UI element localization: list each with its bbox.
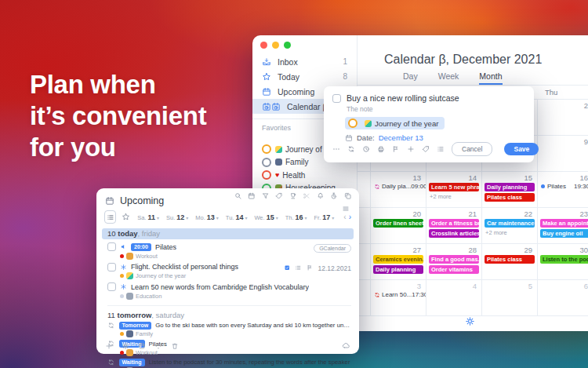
task-row[interactable]: TomorrowGo to the ski base with son ever…: [96, 319, 359, 338]
event-badge-order-linen-sheets[interactable]: Order linen sheets: [373, 219, 423, 228]
event-badge-make-an-appoint[interactable]: Make an appoint...: [540, 219, 588, 228]
save-button[interactable]: Save: [504, 143, 539, 155]
star-icon[interactable]: [122, 213, 130, 221]
day-cell-23[interactable]: 23Make an appoint...Buy engine oil: [537, 207, 588, 243]
scissors-icon[interactable]: [303, 192, 310, 200]
note-icon[interactable]: [284, 264, 291, 271]
windows-icon[interactable]: [344, 192, 352, 200]
checklist-icon[interactable]: [437, 145, 445, 153]
day-cell-22[interactable]: 22Car maintenance+2 more: [481, 207, 537, 243]
day-cell-5[interactable]: 5: [481, 279, 537, 315]
task-checkbox[interactable]: [107, 242, 116, 251]
task-row[interactable]: WaitingListen to the podcast for 30 minu…: [96, 356, 359, 368]
day-cell-13[interactable]: 13Daily pla...09:00: [370, 171, 426, 207]
task-row[interactable]: 20:00PilatesGCalendarWorkout: [96, 239, 359, 260]
day-cell-9[interactable]: 9: [537, 135, 588, 171]
cancel-button[interactable]: Cancel: [452, 142, 492, 156]
day-cell-2[interactable]: 2: [537, 99, 588, 135]
day-cell-20[interactable]: 20Order linen sheets: [370, 207, 426, 243]
day-tab-13[interactable]: Mo.13▾: [195, 213, 219, 221]
task-checkbox[interactable]: [332, 94, 341, 103]
day-cell-28[interactable]: 28Find a good mas...Order vitamins: [426, 243, 481, 279]
checklist-icon[interactable]: [295, 264, 302, 271]
task-checkbox[interactable]: [107, 263, 116, 271]
task-row[interactable]: Learn 50 new words from Cambridge Englis…: [96, 279, 359, 300]
day-cell-3[interactable]: 3Learn 50...17:30: [370, 279, 426, 315]
event-timed-learn-50[interactable]: Learn 50...17:30: [374, 291, 423, 298]
event-timed-daily-pla[interactable]: Daily pla...09:00: [374, 183, 423, 190]
day-tab-16[interactable]: Th.16▾: [285, 213, 307, 221]
trash-icon[interactable]: [171, 342, 179, 350]
cloud-sync-icon[interactable]: [342, 341, 350, 350]
event-badge-daily-planning[interactable]: Daily planning: [373, 265, 423, 274]
favorite-item-health[interactable]: ♥Health: [252, 169, 357, 182]
day-tab-15[interactable]: We.15▾: [254, 213, 278, 221]
minimize-window-button[interactable]: [272, 42, 279, 49]
day-tab-12[interactable]: Su.12▾: [166, 213, 188, 221]
box-icon[interactable]: [138, 342, 146, 350]
popup-date-value[interactable]: December 13: [379, 133, 423, 142]
more-events-link[interactable]: +2 more: [430, 193, 478, 200]
tracker-icon[interactable]: [289, 192, 297, 200]
event-timed-pilates[interactable]: Pilates19:30: [541, 183, 588, 190]
plus-icon[interactable]: [105, 342, 113, 350]
printer-icon[interactable]: [377, 145, 385, 153]
event-badge-find-a-good-mas[interactable]: Find a good mas...: [429, 255, 479, 264]
popup-note-label[interactable]: The note: [347, 105, 525, 113]
event-badge-car-maintenance[interactable]: Car maintenance: [485, 219, 535, 228]
popup-list-chip[interactable]: Journey of the year: [345, 117, 445, 129]
task-checkbox[interactable]: [107, 282, 116, 291]
tab-day[interactable]: Day: [403, 71, 418, 85]
repeat-icon[interactable]: [347, 145, 355, 153]
tab-month[interactable]: Month: [479, 71, 502, 85]
event-badge-order-a-fitness-br[interactable]: Order a fitness br...: [429, 219, 479, 228]
task-row[interactable]: Flight. Checklist of personal things12.1…: [96, 260, 359, 280]
event-badge-daily-planning[interactable]: Daily planning: [485, 183, 535, 191]
flag-icon[interactable]: [307, 264, 314, 271]
sidebar-item-today[interactable]: Today8: [252, 69, 357, 84]
event-badge-ceramics-evenin[interactable]: Ceramics evenin...: [373, 255, 423, 264]
clock-icon[interactable]: [362, 145, 370, 153]
event-badge-buy-engine-oil[interactable]: Buy engine oil: [540, 229, 588, 238]
flag-icon[interactable]: [392, 145, 400, 153]
bell-icon[interactable]: [317, 192, 325, 200]
event-badge-order-vitamins[interactable]: Order vitamins: [429, 265, 479, 274]
event-badge-pilates-class[interactable]: Pilates class: [485, 193, 535, 202]
chevron-left-icon[interactable]: ‹: [343, 213, 346, 221]
day-tab-14[interactable]: Tu.14▾: [226, 213, 248, 221]
day-cell-21[interactable]: 21Order a fitness br...Crosslink article…: [426, 207, 481, 243]
more-icon[interactable]: [332, 145, 340, 153]
event-badge-learn-5-new-phra[interactable]: Learn 5 new phra...: [429, 183, 479, 191]
day-cell-15[interactable]: 15Daily planningPilates class: [481, 171, 537, 207]
day-cell-30[interactable]: 30Listen to the pod...: [537, 243, 588, 279]
day-cell-14[interactable]: 14Learn 5 new phra...+2 more: [426, 171, 481, 207]
event-badge-crosslink-articles[interactable]: Crosslink articles: [429, 229, 479, 238]
search-icon[interactable]: [234, 192, 242, 200]
day-cell-6[interactable]: 6: [537, 279, 588, 315]
day-cell-4[interactable]: 4: [426, 279, 481, 315]
day-tab-17[interactable]: Fr.17▾: [314, 213, 335, 221]
filter-icon[interactable]: [262, 192, 270, 200]
calendar-settings-gear-icon[interactable]: [465, 316, 475, 326]
event-badge-pilates-class[interactable]: Pilates class: [485, 255, 535, 264]
tag-icon[interactable]: [422, 145, 430, 153]
plus-icon[interactable]: [407, 145, 415, 153]
chevron-right-icon[interactable]: ›: [349, 213, 351, 221]
tag-icon[interactable]: [275, 192, 283, 200]
gear-icon[interactable]: [122, 342, 129, 350]
zoom-window-button[interactable]: [284, 42, 291, 49]
calendar-icon[interactable]: [248, 192, 256, 200]
tab-week[interactable]: Week: [438, 71, 459, 85]
day-cell-16[interactable]: 16Pilates19:30: [537, 171, 588, 207]
day-cell-29[interactable]: 29Pilates class: [481, 243, 537, 279]
sidebar-item-inbox[interactable]: Inbox1: [252, 54, 357, 69]
close-window-button[interactable]: [260, 42, 267, 49]
event-badge-listen-to-the-pod[interactable]: Listen to the pod...: [540, 255, 588, 264]
menu-icon[interactable]: [342, 205, 350, 213]
popup-task-title[interactable]: Buy a nice new rolling siutcase: [347, 93, 459, 103]
day-cell-27[interactable]: 27Ceramics evenin...Daily planning: [370, 243, 426, 279]
day-tab-11[interactable]: Sa.11▾: [137, 213, 159, 221]
more-events-link[interactable]: +2 more: [485, 229, 534, 236]
dots-icon[interactable]: [154, 342, 162, 350]
list-view-button[interactable]: [104, 210, 116, 224]
